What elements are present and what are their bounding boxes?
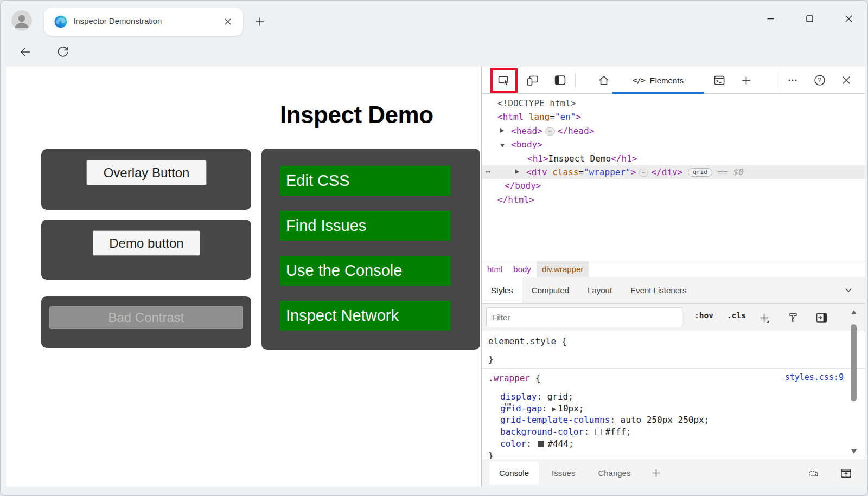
element-class-toggle[interactable]: .cls: [727, 311, 746, 320]
expand-quick-view-button[interactable]: [838, 466, 854, 481]
profile-avatar[interactable]: [11, 10, 32, 31]
element-style-rule[interactable]: element.style {: [488, 336, 567, 347]
styles-filter-input[interactable]: [486, 307, 682, 327]
overlay-button[interactable]: Overlay Button: [86, 160, 207, 185]
rotate-panel-icon: [809, 468, 820, 479]
expand-shorthand-icon[interactable]: [552, 407, 556, 411]
breadcrumb-item[interactable]: div.wrapper: [537, 261, 589, 277]
new-tab-button[interactable]: [252, 14, 267, 29]
element-style-close-brace: }: [488, 353, 494, 365]
plus-icon: [254, 16, 265, 27]
wrapper-rule-selector[interactable]: .wrapper {: [488, 372, 540, 384]
ellipsis-icon: [787, 75, 798, 86]
plus-icon: [741, 75, 751, 86]
breadcrumb-item[interactable]: body: [508, 261, 537, 277]
devtools-close-button[interactable]: [838, 72, 855, 88]
page-link-button[interactable]: Inspect Network: [280, 301, 451, 331]
toolbar-separator: [575, 73, 576, 88]
rotate-panel-button[interactable]: [806, 466, 822, 481]
plus-icon: [759, 313, 769, 323]
expand-arrow-icon[interactable]: [500, 128, 504, 133]
dom-tree-node[interactable]: <body>: [482, 138, 865, 151]
grid-badge[interactable]: grid: [688, 168, 712, 177]
css-property-grid-template-columns[interactable]: grid-template-columns: auto 250px 250px;: [500, 414, 709, 426]
page-link-button[interactable]: Find Issues: [280, 211, 451, 241]
panel-arrow-icon: [816, 312, 827, 323]
page-title: Inspect Demo: [280, 101, 433, 128]
dock-side-button[interactable]: [551, 72, 569, 88]
collapsed-content-button[interactable]: ⋯: [639, 169, 648, 177]
dom-tree-node[interactable]: ⋯<div class="wrapper">⋯</div>grid== $0: [482, 165, 865, 179]
format-painter-button[interactable]: [786, 310, 801, 325]
css-property-background-color[interactable]: background-color: #fff;: [500, 426, 631, 438]
tab-strip: Inspector Demonstration: [1, 1, 867, 37]
node-menu-dots[interactable]: ⋯: [486, 165, 490, 179]
refresh-button[interactable]: [55, 44, 71, 60]
navigation-bar: https://microsoftedge.github.io/Demos/de…: [1, 37, 867, 67]
drawer-tab-issues[interactable]: Issues: [542, 462, 585, 485]
browser-tab[interactable]: Inspector Demonstration: [44, 8, 243, 36]
page-link-button[interactable]: Edit CSS: [280, 166, 451, 196]
window-close-button[interactable]: [841, 11, 856, 25]
demo-page: Inspect Demo Overlay Button Demo button …: [6, 67, 482, 487]
color-swatch[interactable]: [595, 429, 602, 435]
tab-event-listeners[interactable]: Event Listeners: [621, 277, 695, 303]
back-button[interactable]: [18, 44, 33, 60]
dom-tree-node[interactable]: <head>⋯</head>: [482, 124, 865, 138]
devtools-more-button[interactable]: [784, 72, 801, 88]
annotation-highlight: [490, 68, 518, 93]
css-property-grid-gap[interactable]: grid-gap: 10px;: [500, 403, 584, 415]
devtools-panel: </> Elements: [482, 67, 865, 487]
tab-computed[interactable]: Computed: [522, 277, 578, 303]
page-link-button[interactable]: Use the Console: [280, 256, 451, 286]
stylesheet-source-link[interactable]: styles.css:9: [785, 372, 844, 382]
new-style-rule-button[interactable]: [756, 310, 771, 325]
breadcrumb-item[interactable]: html: [482, 261, 508, 277]
dom-tree-node[interactable]: <!DOCTYPE html>: [482, 96, 865, 110]
drawer-tab-changes[interactable]: Changes: [588, 462, 640, 485]
tab-layout[interactable]: Layout: [578, 277, 621, 303]
styles-scrollbar[interactable]: [850, 307, 858, 457]
back-arrow-icon: [19, 46, 32, 59]
overlay-button-panel: Overlay Button: [41, 149, 251, 210]
drawer-tab-console[interactable]: Console: [489, 462, 539, 485]
devtools-help-button[interactable]: ?: [811, 72, 828, 88]
dom-tree-node[interactable]: <html lang="en">: [482, 110, 865, 124]
devtools-home-button[interactable]: [595, 72, 612, 88]
drawer-add-tab-button[interactable]: [649, 466, 663, 480]
color-swatch[interactable]: [538, 441, 544, 447]
wrapper-rule-close-brace: }: [488, 450, 494, 459]
console-panel-button[interactable]: [711, 72, 728, 88]
demo-button-panel: Demo button: [41, 220, 251, 280]
dom-tree-node[interactable]: <h1>Inspect Demo</h1>: [482, 152, 865, 165]
collapsed-content-button[interactable]: ⋯: [545, 127, 555, 136]
close-icon: [841, 75, 851, 85]
scroll-up-arrow-icon[interactable]: [851, 310, 857, 314]
tab-elements[interactable]: </> Elements: [612, 67, 704, 94]
dom-tree-node[interactable]: </body>: [482, 179, 865, 192]
home-icon: [598, 75, 610, 86]
dock-left-icon: [554, 75, 566, 86]
window-maximize-button[interactable]: [802, 11, 816, 25]
link-button-list: Edit CSSFind IssuesUse the ConsoleInspec…: [261, 166, 480, 331]
toggle-sidebar-button[interactable]: [814, 310, 829, 325]
demo-button[interactable]: Demo button: [93, 230, 200, 256]
device-emulation-button[interactable]: [524, 72, 541, 88]
expand-arrow-icon[interactable]: [515, 170, 519, 174]
svg-text:?: ?: [818, 76, 822, 84]
tab-styles[interactable]: Styles: [482, 277, 522, 303]
drawer-bar: ConsoleIssuesChanges: [482, 459, 865, 487]
scroll-down-arrow-icon[interactable]: [851, 449, 857, 454]
devtools-add-tab-button[interactable]: [737, 72, 755, 88]
drawer-tab-list: ConsoleIssuesChanges: [489, 462, 640, 485]
css-property-color[interactable]: color: #444;: [500, 438, 574, 450]
dom-tree-node[interactable]: </html>: [482, 193, 865, 207]
bad-contrast-panel: Bad Contrast: [41, 296, 251, 348]
pseudo-state-toggle[interactable]: :hov: [694, 311, 713, 320]
collapse-arrow-icon[interactable]: [500, 144, 505, 147]
chevron-down-icon[interactable]: [844, 285, 853, 295]
scrollbar-thumb[interactable]: [851, 324, 857, 401]
window-minimize-button[interactable]: [763, 11, 777, 25]
bad-contrast-button[interactable]: Bad Contrast: [49, 306, 243, 329]
tab-close-icon[interactable]: [221, 15, 234, 28]
